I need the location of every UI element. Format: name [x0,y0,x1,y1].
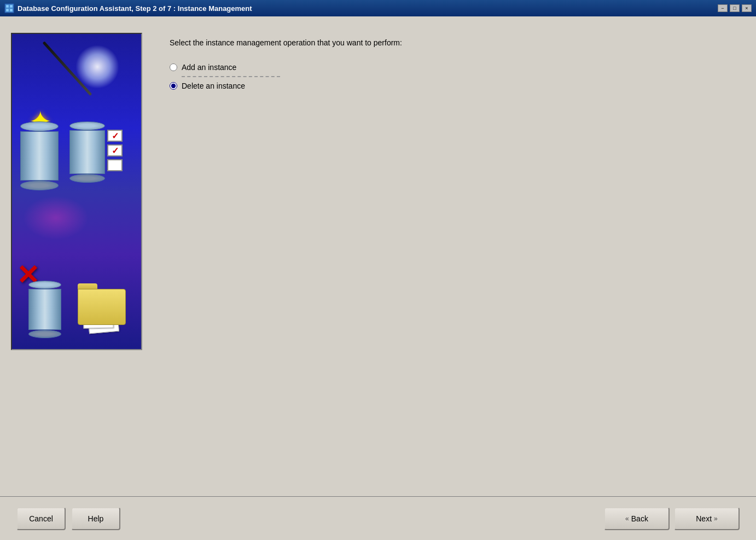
db-top-group [20,121,123,190]
cylinder-left [20,121,59,190]
checklist [107,130,123,171]
svg-rect-3 [6,9,9,11]
folder-icon [78,283,126,326]
cylinder-right [69,121,105,183]
delete-instance-option[interactable]: Delete an instance [170,79,729,92]
next-label: Next [696,514,712,523]
window-title: Database Configuration Assistant, Step 2… [18,4,252,13]
bottom-bar: Cancel Help « Back Next » [0,496,756,540]
next-arrow-icon: » [714,515,718,522]
back-arrow-icon: « [625,515,629,522]
minimize-button[interactable]: − [718,4,728,12]
add-instance-option[interactable]: Add an instance [170,61,729,74]
svg-rect-4 [10,9,13,11]
window-controls: − □ × [718,4,752,12]
check-item-1 [107,130,123,142]
title-bar: Database Configuration Assistant, Step 2… [0,0,756,16]
delete-instance-radio[interactable] [170,82,177,90]
close-button[interactable]: × [742,4,752,12]
cylinder-bottom-left [28,281,61,338]
title-bar-left: Database Configuration Assistant, Step 2… [4,3,252,13]
doc-stack [78,283,127,333]
svg-rect-1 [6,5,9,8]
main-content: ✦ [0,16,756,496]
next-button[interactable]: Next » [674,507,740,530]
illustration-panel: ✦ [11,33,142,350]
help-button[interactable]: Help [71,507,120,530]
glow-effect [75,45,119,89]
maximize-button[interactable]: □ [730,4,740,12]
purple-glow [23,196,89,240]
folder-group [78,283,127,333]
add-instance-radio[interactable] [170,63,177,71]
radio-divider [182,76,280,77]
radio-group: Add an instance Delete an instance [170,61,729,92]
cylinder-right-group [69,121,123,183]
cancel-button[interactable]: Cancel [16,507,66,530]
bottom-bar-left: Cancel Help [16,507,120,530]
delete-instance-label[interactable]: Delete an instance [182,82,245,90]
options-panel: Select the instance management operation… [153,27,745,485]
back-button[interactable]: « Back [604,507,670,530]
app-icon [4,3,14,13]
check-item-2 [107,144,123,156]
check-item-3 [107,159,123,171]
svg-rect-2 [10,5,13,8]
bottom-bar-right: « Back Next » [604,507,740,530]
add-instance-label[interactable]: Add an instance [182,63,236,72]
instruction-text: Select the instance management operation… [170,38,729,47]
back-label: Back [631,514,648,523]
